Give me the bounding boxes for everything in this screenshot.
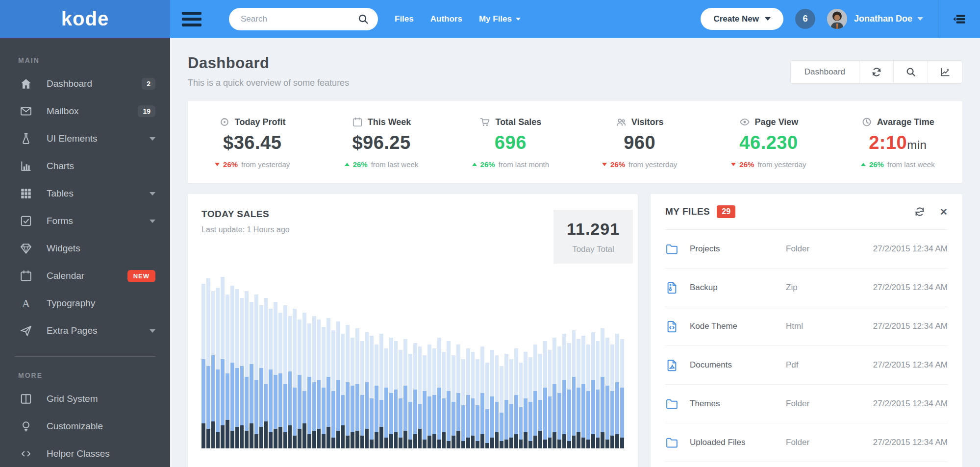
sidebar-item-tables[interactable]: Tables	[0, 180, 170, 207]
file-zip-icon	[665, 281, 678, 295]
sidebar-item-charts[interactable]: Charts	[0, 152, 170, 180]
right-sidebar-toggle-button[interactable]	[938, 0, 980, 38]
chart-bar	[596, 270, 600, 448]
chart-bar	[408, 270, 412, 448]
file-name[interactable]: Themes	[690, 399, 786, 409]
sidebar-item-helper-classes[interactable]: Helper Classes	[0, 440, 170, 467]
eye-icon	[739, 117, 750, 127]
close-button[interactable]: ✕	[940, 206, 948, 218]
sidebar-item-grid-system[interactable]: Grid System	[0, 385, 170, 413]
sidebar-item-dashboard[interactable]: Dashboard2	[0, 70, 170, 98]
file-type: Pdf	[786, 360, 864, 370]
file-row-projects[interactable]: Projects Folder 27/2/2015 12:34 AM	[665, 230, 948, 269]
file-name[interactable]: Backup	[690, 283, 786, 293]
trend-down-icon	[602, 163, 607, 166]
sidebar-toggle-button[interactable]	[182, 12, 201, 26]
sidebar-item-customizable[interactable]: Customizable	[0, 413, 170, 440]
chart-bar	[341, 270, 345, 448]
file-row-backup[interactable]: Backup Zip 27/2/2015 12:34 AM	[665, 269, 948, 307]
sidebar-item-label: Grid System	[47, 393, 98, 404]
file-name[interactable]: Documents	[690, 360, 786, 370]
stat-change-text: from yesterday	[241, 160, 290, 169]
chart-bar	[490, 270, 494, 448]
file-type: Folder	[786, 438, 864, 447]
stat-change-text: from last week	[371, 160, 419, 169]
chart-bar	[553, 270, 556, 448]
breadcrumb-refresh-button[interactable]	[859, 61, 893, 83]
sidebar-section-label: MAIN	[0, 42, 170, 70]
file-pdf-icon	[665, 359, 678, 372]
user-name[interactable]: Jonathan Doe	[854, 14, 912, 24]
page-subtitle: This is a quick overview of some feature…	[188, 78, 349, 88]
search-input[interactable]	[241, 14, 357, 24]
home-icon	[20, 77, 32, 90]
nav-link-authors[interactable]: Authors	[430, 14, 462, 24]
chart-bar	[476, 270, 479, 448]
chart-bar	[302, 270, 306, 448]
file-date: 27/2/2015 12:34 AM	[873, 244, 948, 254]
flask-icon	[20, 132, 32, 145]
stat-total-sales: Total Sales 696 26%from last month	[446, 117, 575, 169]
sidebar-badge: 19	[138, 105, 155, 117]
chart-bar	[528, 270, 532, 448]
sidebar-item-label: Forms	[47, 216, 73, 226]
breadcrumb-search-button[interactable]	[893, 61, 928, 83]
new-tag: NEW	[127, 270, 155, 282]
chart-bar	[379, 270, 383, 448]
file-name[interactable]: Kode Theme	[690, 321, 786, 331]
sidebar-item-label: Widgets	[47, 243, 80, 254]
create-new-button[interactable]: Create New	[701, 8, 783, 30]
sidebar-item-calendar[interactable]: CalendarNEW	[0, 262, 170, 290]
avatar[interactable]	[827, 9, 847, 29]
chart-bar	[288, 270, 292, 448]
chart-bar	[567, 270, 571, 448]
sidebar: MAIN Dashboard2 Mailbox19 UI Elements Ch…	[0, 38, 170, 467]
sidebar-item-ui-elements[interactable]: UI Elements	[0, 125, 170, 152]
sidebar-item-widgets[interactable]: Widgets	[0, 235, 170, 262]
today-total-label: Today Total	[572, 245, 614, 254]
file-row-themes[interactable]: Themes Folder 27/2/2015 12:34 AM	[665, 385, 948, 423]
sidebar-item-extra-pages[interactable]: Extra Pages	[0, 317, 170, 344]
chart-bar	[221, 270, 225, 448]
chart-bar	[615, 270, 619, 448]
chart-bar	[269, 270, 273, 448]
my-files-count-badge: 29	[717, 205, 735, 218]
chart-bar	[365, 270, 369, 448]
typography-icon: A	[20, 297, 32, 310]
stat-change-percent: 26%	[869, 160, 884, 169]
chart-bar	[264, 270, 268, 448]
chart-bar	[601, 270, 604, 448]
chart-bar	[254, 270, 258, 448]
user-menu-chevron-icon[interactable]	[917, 17, 923, 21]
stat-visitors: Visitors 960 26%from yesterday	[575, 117, 704, 169]
sidebar-item-mailbox[interactable]: Mailbox19	[0, 98, 170, 125]
chart-bar	[346, 270, 350, 448]
file-row-uploaded-files[interactable]: Uploaded Files Folder 27/2/2015 12:34 AM	[665, 423, 948, 462]
chevron-down-icon	[150, 192, 155, 196]
file-name[interactable]: Uploaded Files	[690, 438, 786, 447]
panels-row: TODAY SALES Last update: 1 Hours ago 11.…	[188, 194, 962, 467]
chart-bar	[278, 270, 282, 448]
chart-bar	[283, 270, 287, 448]
nav-link-files[interactable]: Files	[395, 14, 414, 24]
sidebar-item-typography[interactable]: A Typography	[0, 290, 170, 317]
stat-label: This Week	[368, 117, 411, 127]
notification-count-badge[interactable]: 6	[795, 9, 815, 29]
chart-bar	[577, 270, 580, 448]
file-row-kode-theme[interactable]: Kode Theme Html 27/2/2015 12:34 AM	[665, 307, 948, 346]
hamburger-icon	[182, 12, 201, 15]
sidebar-item-forms[interactable]: Forms	[0, 207, 170, 235]
search-icon[interactable]	[357, 13, 369, 25]
file-name[interactable]: Projects	[690, 244, 786, 254]
stat-value: $36.45	[188, 132, 317, 153]
nav-link-my-files[interactable]: My Files	[479, 14, 521, 24]
columns-icon	[20, 393, 32, 405]
chart-bar	[201, 270, 205, 448]
breadcrumb-line-chart-button[interactable]	[928, 61, 962, 83]
breadcrumb-label[interactable]: Dashboard	[791, 61, 859, 83]
bar-chart-icon	[20, 160, 32, 172]
file-row-documents[interactable]: Documents Pdf 27/2/2015 12:34 AM	[665, 346, 948, 385]
chart-bar	[394, 270, 398, 448]
brand-logo[interactable]: kode	[0, 0, 170, 38]
refresh-button[interactable]	[914, 206, 925, 217]
